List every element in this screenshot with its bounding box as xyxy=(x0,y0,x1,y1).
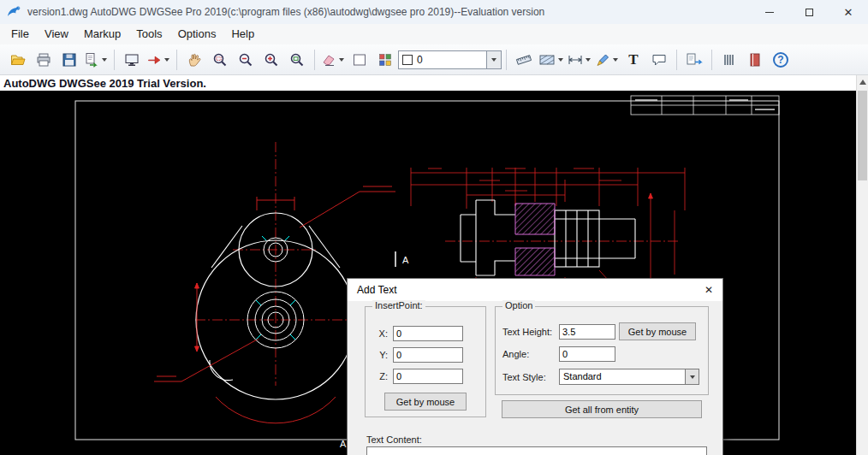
menu-view[interactable]: View xyxy=(37,24,76,44)
batch-lines-icon xyxy=(721,51,738,68)
scroll-up-icon[interactable] xyxy=(859,80,866,85)
angle-input[interactable] xyxy=(559,346,615,362)
menu-bar: File View Markup Tools Options Help xyxy=(0,24,868,44)
text-content-input[interactable] xyxy=(366,446,707,455)
y-label: Y: xyxy=(374,350,388,360)
dimension-dropdown-icon[interactable] xyxy=(586,58,591,62)
menu-file[interactable]: File xyxy=(3,24,37,44)
title-block xyxy=(631,96,779,115)
zoom-extents-icon xyxy=(288,51,306,68)
z-input[interactable] xyxy=(393,369,463,384)
toolbar-separator xyxy=(314,50,315,70)
rectangle-icon xyxy=(351,51,368,68)
zoom-extents-button[interactable] xyxy=(285,48,309,72)
text-height-input[interactable] xyxy=(559,324,615,340)
insert-get-by-mouse-button[interactable]: Get by mouse xyxy=(384,393,467,411)
convert-dropdown-icon[interactable] xyxy=(102,58,107,62)
x-row: X: xyxy=(374,326,463,341)
dwgsee-logo-icon xyxy=(5,3,22,21)
minimize-button[interactable] xyxy=(750,0,789,24)
section-label-a1: A xyxy=(402,255,409,265)
library-book-icon xyxy=(746,51,764,68)
app-window: version1.dwg AutoDWG DWGSee Pro 2019(c:\… xyxy=(0,0,868,455)
option-get-by-mouse-button[interactable]: Get by mouse xyxy=(619,322,696,340)
help-button[interactable]: ? xyxy=(769,48,793,72)
close-button[interactable]: ✕ xyxy=(829,0,868,24)
measure-distance-button[interactable] xyxy=(512,48,536,72)
z-row: Z: xyxy=(374,369,463,384)
text-style-dropdown-button[interactable] xyxy=(685,369,699,385)
option-legend: Option xyxy=(502,300,535,310)
open-folder-icon xyxy=(9,51,27,68)
zoom-in-button[interactable] xyxy=(259,48,283,72)
export-page-button[interactable] xyxy=(682,48,706,72)
layer-select[interactable]: 0 xyxy=(398,50,487,69)
insert-point-legend: InsertPoint: xyxy=(372,300,425,310)
toolbar-separator xyxy=(506,50,507,70)
open-button[interactable] xyxy=(6,48,30,72)
measure-area-button[interactable] xyxy=(538,48,565,72)
pan-button[interactable] xyxy=(182,48,206,72)
dialog-title-bar[interactable]: Add Text ✕ xyxy=(348,279,722,301)
menu-markup[interactable]: Markup xyxy=(76,24,128,44)
angle-label: Angle: xyxy=(502,349,556,359)
measure-area-icon xyxy=(538,51,556,68)
minimize-icon xyxy=(765,12,774,13)
menu-tools[interactable]: Tools xyxy=(128,24,169,44)
shape-rectangle-button[interactable] xyxy=(348,48,372,72)
layer-select-value: 0 xyxy=(417,54,423,66)
trial-text: AutoDWG DWGSee 2019 Trial Version. xyxy=(0,76,206,92)
window-title: version1.dwg AutoDWG DWGSee Pro 2019(c:\… xyxy=(27,6,544,18)
save-button[interactable] xyxy=(57,48,81,72)
menu-help[interactable]: Help xyxy=(223,24,262,44)
dialog-close-button[interactable]: ✕ xyxy=(695,279,722,301)
add-text-dialog: Add Text ✕ InsertPoint: X: Y: Z: Get by … xyxy=(347,278,723,455)
comment-button[interactable] xyxy=(647,48,671,72)
text-tool-button[interactable]: T xyxy=(621,48,645,72)
layer-color-swatch xyxy=(402,55,413,65)
x-input[interactable] xyxy=(393,326,463,341)
scrollbar-thumb[interactable] xyxy=(858,91,867,180)
option-group: Option Text Height: Get by mouse Angle: … xyxy=(495,306,709,395)
toolbar-separator xyxy=(114,50,115,70)
text-content-label: Text Content: xyxy=(366,434,422,445)
help-icon: ? xyxy=(773,52,788,68)
maximize-button[interactable] xyxy=(789,0,829,24)
forward-button[interactable] xyxy=(146,48,171,72)
export-page-icon xyxy=(685,51,704,68)
brush-button[interactable] xyxy=(594,48,620,72)
zoom-window-button[interactable] xyxy=(208,48,232,72)
title-bar[interactable]: version1.dwg AutoDWG DWGSee Pro 2019(c:\… xyxy=(0,0,868,24)
convert-button[interactable] xyxy=(83,48,109,72)
measure-distance-icon xyxy=(514,51,533,68)
printer-icon xyxy=(35,51,52,68)
layer-dropdown-icon xyxy=(491,58,496,62)
text-style-row: Text Style: Standard xyxy=(502,369,699,385)
get-all-from-entity-button[interactable]: Get all from entity xyxy=(502,400,702,418)
y-input[interactable] xyxy=(393,347,463,363)
angle-row: Angle: xyxy=(502,346,615,362)
brush-dropdown-icon[interactable] xyxy=(613,58,618,62)
batch-button[interactable] xyxy=(717,48,741,72)
layers-button[interactable] xyxy=(373,48,397,72)
fullscreen-button[interactable] xyxy=(120,48,144,72)
eraser-icon xyxy=(320,51,337,68)
zoom-out-button[interactable] xyxy=(234,48,258,72)
library-button[interactable] xyxy=(743,48,767,72)
measure-dropdown-icon[interactable] xyxy=(558,58,563,62)
text-style-select[interactable]: Standard xyxy=(559,369,699,385)
red-arrow-icon xyxy=(146,51,163,68)
eraser-button[interactable] xyxy=(320,48,346,72)
menu-options[interactable]: Options xyxy=(170,24,224,44)
maximize-icon xyxy=(806,9,813,16)
forward-dropdown-icon[interactable] xyxy=(164,58,169,62)
dialog-title: Add Text xyxy=(357,284,396,296)
eraser-dropdown-icon[interactable] xyxy=(339,58,344,62)
vertical-scrollbar[interactable] xyxy=(856,75,868,455)
trial-banner: AutoDWG DWGSee 2019 Trial Version. xyxy=(0,75,856,91)
zoom-in-icon xyxy=(263,51,280,68)
pan-hand-icon xyxy=(186,51,203,68)
layer-select-dropdown-button[interactable] xyxy=(487,50,502,69)
print-button[interactable] xyxy=(32,48,56,72)
dimension-button[interactable] xyxy=(567,48,592,72)
